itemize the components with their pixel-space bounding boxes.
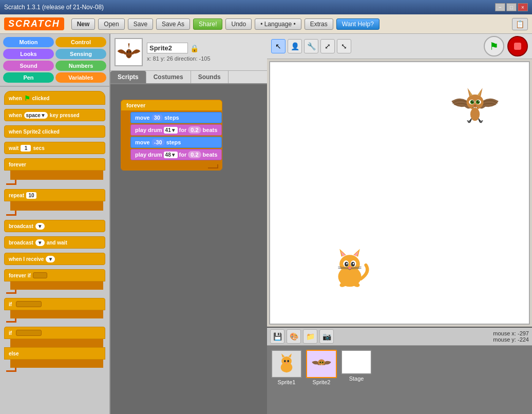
maximize-button[interactable]: □ bbox=[506, 3, 517, 11]
svg-point-1 bbox=[127, 51, 128, 52]
steps2-label: steps bbox=[166, 139, 181, 145]
play-drum-41-block[interactable]: play drum 41▼ for 0.2 beats bbox=[130, 124, 222, 136]
save-as-button[interactable]: Save As bbox=[156, 18, 190, 30]
save-button[interactable]: Save bbox=[128, 18, 153, 30]
svg-point-33 bbox=[472, 101, 473, 102]
stage-label: Stage bbox=[349, 375, 364, 382]
arrow-tool[interactable]: ↖ bbox=[271, 39, 286, 53]
tab-costumes[interactable]: Costumes bbox=[146, 71, 191, 83]
shrink-tool[interactable]: ⤡ bbox=[337, 39, 351, 53]
category-looks[interactable]: Looks bbox=[3, 49, 54, 59]
fullscreen-tool[interactable]: ⤢ bbox=[320, 39, 335, 53]
move-30-block[interactable]: move 30 steps bbox=[130, 112, 222, 123]
green-flag-button[interactable]: ⚑ bbox=[484, 36, 504, 57]
when-clicked-block[interactable]: when ⚑ clicked bbox=[4, 91, 105, 105]
svg-point-4 bbox=[339, 255, 360, 273]
move-neg30-block[interactable]: move -30 steps bbox=[130, 137, 222, 148]
tab-scripts[interactable]: Scripts bbox=[110, 71, 146, 83]
new-button[interactable]: New bbox=[71, 18, 96, 30]
bat-sprite[interactable] bbox=[447, 78, 503, 134]
broadcast-wait-block[interactable]: broadcast ▼ and wait bbox=[4, 236, 105, 249]
svg-point-38 bbox=[470, 108, 480, 121]
forever-if-block[interactable]: forever if bbox=[4, 269, 105, 294]
help-button[interactable]: Want Help? bbox=[336, 18, 379, 30]
help-icon: 📋 bbox=[512, 18, 528, 30]
sprite1-item[interactable]: Sprite1 bbox=[271, 350, 302, 385]
extras-button[interactable]: Extras bbox=[305, 18, 333, 30]
drum-48-dropdown[interactable]: 48▼ bbox=[164, 152, 178, 158]
person-tool[interactable]: 👤 bbox=[288, 39, 302, 53]
if-block-2[interactable]: if else bbox=[4, 327, 105, 372]
stage-toolbar: ↖ 👤 🔧 ⤢ ⤡ ⚑ bbox=[267, 34, 532, 59]
category-sensing[interactable]: Sensing bbox=[55, 49, 106, 59]
play-drum-48-block[interactable]: play drum 48▼ for 0.2 beats bbox=[130, 149, 222, 160]
blocks-panel: Motion Control Looks Sensing Sound Numbe… bbox=[0, 34, 110, 414]
when-receive-block[interactable]: when I receive ▼ bbox=[4, 253, 105, 265]
sprite-thumb-svg bbox=[116, 40, 142, 65]
stage-item[interactable]: Stage bbox=[341, 350, 372, 382]
tab-sounds[interactable]: Sounds bbox=[191, 71, 229, 83]
sprite-header: Sprite2 🔒 x: 81 y: 26 direction: -105 bbox=[110, 34, 267, 71]
play-drum2-label: play drum bbox=[135, 152, 162, 158]
share-button[interactable]: Share! bbox=[193, 18, 222, 30]
undo-button[interactable]: Undo bbox=[225, 18, 252, 30]
category-control[interactable]: Control bbox=[55, 37, 106, 47]
forever-script-block[interactable]: forever move 30 steps bbox=[121, 100, 222, 171]
svg-rect-52 bbox=[321, 365, 322, 366]
wait-block[interactable]: wait 1 secs bbox=[4, 142, 105, 154]
forever-label: forever bbox=[126, 102, 145, 108]
drum-41-dropdown[interactable]: 41▼ bbox=[164, 127, 178, 134]
stop-icon bbox=[514, 43, 521, 50]
category-sound[interactable]: Sound bbox=[3, 61, 54, 71]
beats-label: beats bbox=[203, 127, 218, 133]
sprite-name-row: Sprite2 🔒 bbox=[147, 43, 263, 53]
category-pen[interactable]: Pen bbox=[3, 72, 54, 83]
svg-point-34 bbox=[478, 101, 479, 102]
camera-sprite-button[interactable]: 📷 bbox=[319, 329, 334, 344]
svg-point-46 bbox=[318, 360, 325, 366]
svg-point-14 bbox=[353, 263, 354, 265]
sprites-list: Sprite1 bbox=[267, 346, 532, 414]
close-button[interactable]: × bbox=[518, 3, 528, 11]
svg-point-43 bbox=[284, 360, 286, 363]
category-motion[interactable]: Motion bbox=[3, 37, 54, 47]
svg-point-45 bbox=[286, 363, 288, 364]
if-block[interactable]: if bbox=[4, 298, 105, 323]
open-button[interactable]: Open bbox=[98, 18, 124, 30]
sprite-info: Sprite2 🔒 x: 81 y: 26 direction: -105 bbox=[147, 43, 263, 62]
scratch-logo: SCRATCH bbox=[4, 17, 64, 30]
sprite-coords: x: 81 y: 26 direction: -105 bbox=[147, 55, 263, 62]
move-label: move bbox=[135, 115, 150, 121]
titlebar: Scratch 1.3.1 (release of 21-Nov-08) − □… bbox=[0, 0, 532, 14]
stop-button[interactable] bbox=[507, 36, 528, 57]
svg-point-49 bbox=[320, 362, 321, 363]
when-sprite2-clicked-block[interactable]: when Sprite2 clicked bbox=[4, 125, 105, 138]
when-space-pressed-block[interactable]: when space▼ key pressed bbox=[4, 109, 105, 121]
new-sprite-button[interactable]: 💾 bbox=[270, 329, 284, 344]
category-numbers[interactable]: Numbers bbox=[55, 61, 106, 71]
minimize-button[interactable]: − bbox=[495, 3, 505, 11]
forever-block[interactable]: forever bbox=[4, 158, 105, 185]
bottom-panel: 💾 🎨 📁 📷 mouse x: -297 mouse y: -224 bbox=[267, 327, 532, 414]
sprite2-thumbnail bbox=[306, 350, 337, 378]
script-container: forever move 30 steps bbox=[121, 100, 222, 171]
drum-41-beats-value: 0.2 bbox=[188, 126, 201, 134]
svg-point-15 bbox=[348, 267, 351, 269]
broadcast-block[interactable]: broadcast ▼ bbox=[4, 220, 105, 232]
svg-marker-41 bbox=[281, 353, 284, 357]
mouse-coordinates: mouse x: -297 mouse y: -224 bbox=[493, 330, 529, 343]
repeat-block[interactable]: repeat 10 bbox=[4, 189, 105, 216]
cat-sprite[interactable] bbox=[327, 247, 373, 293]
sprite-name-input[interactable]: Sprite2 bbox=[147, 43, 188, 53]
wrench-tool[interactable]: 🔧 bbox=[304, 39, 318, 53]
categories: Motion Control Looks Sensing Sound Numbe… bbox=[0, 34, 109, 86]
language-button[interactable]: • Language • bbox=[255, 18, 301, 30]
svg-point-44 bbox=[287, 360, 289, 363]
sprite-thumbnail bbox=[115, 38, 143, 66]
category-variables[interactable]: Variables bbox=[55, 72, 106, 83]
open-sprite-button[interactable]: 📁 bbox=[303, 329, 317, 344]
sprite2-item[interactable]: Sprite2 bbox=[306, 350, 337, 385]
paint-sprite-button[interactable]: 🎨 bbox=[287, 329, 301, 344]
blocks-area: when ⚑ clicked when space▼ key pressed w… bbox=[0, 87, 109, 414]
svg-point-50 bbox=[322, 362, 323, 363]
